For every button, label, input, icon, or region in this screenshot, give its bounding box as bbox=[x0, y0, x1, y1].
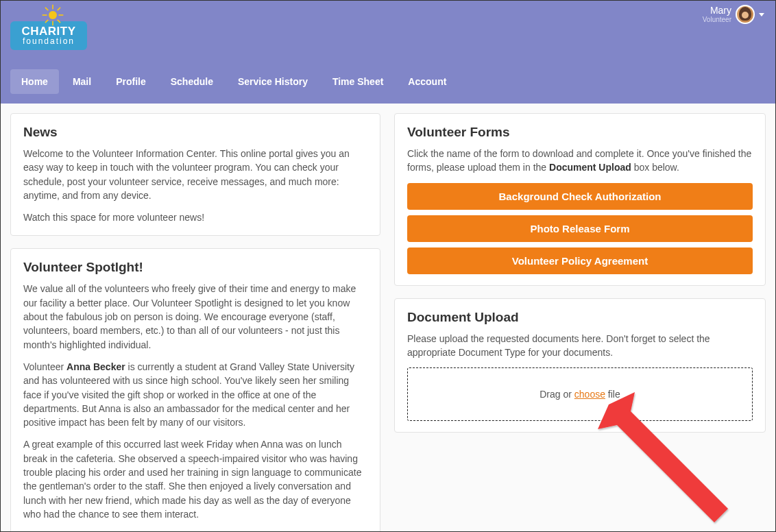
forms-intro-strong: Document Upload bbox=[549, 162, 631, 173]
news-title: News bbox=[23, 125, 367, 140]
news-p2: Watch this space for more volunteer news… bbox=[23, 210, 367, 224]
spotlight-name: Anna Becker bbox=[66, 361, 125, 372]
spotlight-p1: We value all of the volunteers who freel… bbox=[23, 282, 367, 351]
chevron-down-icon bbox=[759, 13, 764, 16]
form-policy-agreement[interactable]: Volunteer Policy Agreement bbox=[407, 247, 753, 274]
spotlight-p2a: Volunteer bbox=[23, 361, 66, 372]
nav-profile[interactable]: Profile bbox=[105, 69, 157, 94]
header: CHARITY foundation Mary Volunteer Home M… bbox=[1, 1, 775, 104]
svg-line-5 bbox=[45, 8, 48, 10]
forms-title: Volunteer Forms bbox=[407, 125, 753, 140]
drop-text-b: file bbox=[605, 389, 620, 400]
left-column: News Welcome to the Volunteer Informatio… bbox=[10, 113, 380, 532]
content: News Welcome to the Volunteer Informatio… bbox=[1, 104, 775, 532]
brand-line2: foundation bbox=[19, 37, 79, 46]
user-menu[interactable]: Mary Volunteer bbox=[703, 5, 764, 24]
forms-intro-b: box below. bbox=[631, 162, 679, 173]
svg-line-8 bbox=[45, 20, 48, 23]
svg-line-7 bbox=[58, 8, 60, 10]
choose-file-link[interactable]: choose bbox=[574, 389, 605, 400]
spotlight-p3: A great example of this occurred last we… bbox=[23, 437, 367, 521]
form-photo-release[interactable]: Photo Release Form bbox=[407, 215, 753, 242]
spotlight-title: Volunteer Spotlght! bbox=[23, 260, 367, 275]
nav-mail[interactable]: Mail bbox=[62, 69, 102, 94]
main-nav: Home Mail Profile Schedule Service Histo… bbox=[10, 69, 457, 94]
nav-home[interactable]: Home bbox=[10, 69, 59, 94]
svg-point-0 bbox=[49, 11, 57, 19]
user-name: Mary bbox=[703, 5, 731, 16]
brand-line1: CHARITY bbox=[19, 25, 79, 37]
svg-line-6 bbox=[58, 20, 60, 23]
nav-account[interactable]: Account bbox=[397, 69, 457, 94]
nav-schedule[interactable]: Schedule bbox=[160, 69, 224, 94]
spotlight-p4: When you see Anna, please thank her for … bbox=[23, 529, 367, 532]
drop-text-a: Drag or bbox=[539, 389, 574, 400]
upload-intro: Please upload the requested documents he… bbox=[407, 332, 753, 360]
avatar bbox=[736, 5, 755, 24]
spotlight-card: Volunteer Spotlght! We value all of the … bbox=[10, 248, 380, 532]
right-column: Volunteer Forms Click the name of the fo… bbox=[394, 113, 766, 532]
news-card: News Welcome to the Volunteer Informatio… bbox=[10, 113, 380, 236]
user-role: Volunteer bbox=[703, 16, 731, 23]
dropzone[interactable]: Drag or choose file bbox=[407, 367, 753, 421]
nav-service-history[interactable]: Service History bbox=[227, 69, 319, 94]
forms-card: Volunteer Forms Click the name of the fo… bbox=[394, 113, 766, 286]
logo[interactable]: CHARITY foundation bbox=[10, 6, 87, 35]
user-text: Mary Volunteer bbox=[703, 5, 731, 23]
nav-time-sheet[interactable]: Time Sheet bbox=[322, 69, 394, 94]
news-p1: Welcome to the Volunteer Information Cen… bbox=[23, 147, 367, 202]
sun-icon bbox=[41, 3, 64, 27]
form-background-check[interactable]: Background Check Authorization bbox=[407, 183, 753, 210]
upload-title: Document Upload bbox=[407, 310, 753, 325]
upload-card: Document Upload Please upload the reques… bbox=[394, 298, 766, 433]
spotlight-p2: Volunteer Anna Becker is currently a stu… bbox=[23, 360, 367, 429]
forms-intro: Click the name of the form to download a… bbox=[407, 147, 753, 175]
